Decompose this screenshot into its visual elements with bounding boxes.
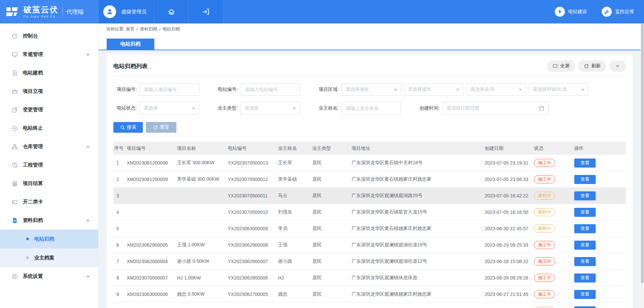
refresh-icon [584, 63, 589, 69]
search-button[interactable]: 搜索 [113, 122, 143, 133]
filter-owner-type: 业主类型: 请选择 [214, 102, 300, 115]
filter-station-no: 电站编号: [214, 83, 300, 96]
cell-index: 8 [113, 275, 127, 281]
status-badge: 施工中 [534, 257, 555, 266]
reset-button[interactable]: 重置 [146, 122, 176, 133]
search-icon [120, 125, 125, 130]
filter-station-status: 电站状态: 请选择 [113, 102, 199, 115]
sitemap-icon [11, 143, 18, 150]
chart-pie-icon [11, 162, 18, 169]
field-label: 电站编号: [214, 86, 238, 93]
sidebar-item-general-management[interactable]: 常规管理 [0, 45, 98, 64]
cell-station-no: YX2023070500012 [228, 177, 278, 182]
sidebar-item-project-initiation[interactable]: 项目立项 [0, 82, 98, 101]
sidebar-item-engineering-management[interactable]: 工程管理 [0, 156, 98, 174]
nav-station-construction[interactable]: 电站建设 [555, 7, 587, 17]
refresh-button[interactable]: 刷新 [578, 60, 606, 72]
sidebar-item-warehouse-management[interactable]: 仓库管理 [0, 137, 98, 156]
station-archive-table: 序号项目编号项目名称电站编号业主姓名业主类型项目地址创建日期状态操作 1XM20… [113, 142, 626, 308]
station-status-select[interactable]: 请选择 [140, 102, 199, 115]
reset-label: 重置 [160, 124, 169, 130]
view-button[interactable]: 查看 [574, 257, 596, 266]
fullscreen-icon [552, 63, 558, 69]
view-button[interactable]: 查看 [574, 159, 596, 168]
avatar [103, 5, 116, 18]
filter-actions: 搜索 重置 [113, 122, 626, 133]
status-badge: 施工中 [534, 274, 555, 282]
breadcrumb-separator: / [137, 27, 138, 32]
table-row: 8XM2023070500007HJ 1.00KWYX2023062800006… [113, 270, 626, 286]
table-row: 2XM2023081200009美学基础 300.00KWYX202307050… [113, 171, 626, 188]
owner-type-select[interactable]: 请选择 [240, 102, 300, 115]
cell-project-name: 王强 1.00KW [177, 242, 228, 248]
column-header: 项目名称 [177, 145, 228, 151]
view-button[interactable]: 查看 [574, 224, 596, 233]
sidebar-item-console[interactable]: 控制台 [0, 27, 98, 45]
logout-button[interactable] [189, 0, 223, 23]
cell-address: 广东深圳龙华区观澜镇观湖街道12号 [352, 258, 485, 264]
county-select[interactable]: 请选择县/区 [466, 83, 526, 96]
column-header: 序号 [113, 145, 127, 151]
fullscreen-button[interactable]: 全屏 [547, 60, 575, 72]
sidebar-subitem-label: 业主档案 [34, 255, 54, 261]
briefcase-icon [11, 88, 18, 95]
cell-address: 广东深圳龙华区黄石镇姚家庄村姚忠家 [352, 226, 485, 232]
sidebar-item-label: 控制台 [23, 33, 38, 39]
breadcrumb-item-home[interactable]: 首页 [126, 26, 135, 32]
select-placeholder: 请选择县/区 [470, 86, 495, 93]
station-no-input[interactable] [240, 83, 300, 96]
view-button[interactable]: 查看 [574, 191, 596, 200]
reset-icon [153, 125, 158, 130]
sidebar-item-data-archive[interactable]: 资料归档 [0, 211, 98, 230]
sidebar-subitem-owner-files[interactable]: 业主档案 [0, 248, 98, 267]
nav-monitoring[interactable]: 监控运维 [602, 7, 634, 17]
cell-owner-name: 学员 [278, 226, 312, 232]
tab-station-archive[interactable]: 电站归档 [107, 39, 154, 50]
user-menu[interactable]: 超级管理员 [99, 0, 154, 23]
column-header: 业主姓名 [278, 145, 312, 151]
breadcrumb-item-station-archive[interactable]: 电站归档 [163, 26, 180, 32]
refresh-label: 刷新 [591, 63, 601, 69]
project-no-input[interactable] [140, 83, 199, 96]
cell-address: 广东深圳龙华区黄石镇中关村18号 [352, 160, 485, 166]
view-button[interactable]: 查看 [574, 273, 596, 283]
view-button[interactable]: 查看 [574, 208, 596, 217]
province-select[interactable]: 请选择省份 [341, 83, 401, 96]
city-select[interactable]: 请选择城市 [404, 83, 464, 96]
cell-owner-name: 马云 [278, 193, 312, 199]
cell-station-no: YX2023070500011 [228, 193, 278, 198]
page-scrollbar[interactable] [641, 23, 644, 308]
view-button[interactable]: 查看 [574, 290, 596, 299]
owner-name-input[interactable] [341, 102, 401, 115]
table-row: 4YX2023070500010刘强东居民广东深圳龙华区黄石镇星官大道15号20… [113, 204, 626, 221]
logo[interactable]: 破茧云伏 Po Jian Yun Fu 代理端 [0, 0, 99, 23]
date-range-input[interactable]: 请选择日期范围 [442, 102, 549, 115]
sidebar-item-project-settlement[interactable]: 项目结算 [0, 174, 98, 193]
view-button[interactable]: 查看 [574, 241, 596, 250]
sidebar-item-station-termination[interactable]: 电站终止 [0, 119, 98, 137]
cell-owner-name: 姚忠 [278, 291, 312, 297]
scrollbar-thumb[interactable] [641, 23, 644, 283]
status-badge: 建档中 [534, 208, 555, 217]
table-row: 7XM2023062800004谢小路 0.50KWYX202306280000… [113, 253, 626, 270]
cell-index: 2 [113, 177, 127, 182]
cell-created-date: 2023-07-05 16:42:22 [485, 193, 534, 198]
sidebar-item-station-filing[interactable]: 电站建档 [0, 64, 98, 82]
status-badge: 施工中 [534, 290, 555, 299]
view-button[interactable]: 查看 [574, 175, 596, 184]
sidebar-item-change-management[interactable]: 变更管理 [0, 101, 98, 119]
sidebar-subitem-station-archive[interactable]: 电站归档 [0, 230, 98, 248]
collapse-panel-button[interactable] [609, 60, 626, 72]
bullet-icon [26, 238, 29, 240]
breadcrumb-item-data-archive[interactable]: 资料归档 [140, 26, 157, 32]
cell-owner-name: 谢小路 [278, 258, 312, 264]
sidebar-item-second-class-card[interactable]: 开二类卡 [0, 193, 98, 211]
topbar: 破茧云伏 Po Jian Yun Fu 代理端 超级管理员 [0, 0, 644, 23]
view-button[interactable]: 查看 [574, 306, 596, 308]
home-button[interactable] [154, 0, 189, 23]
town-select[interactable]: 请选择村镇/街道 [529, 83, 588, 96]
select-placeholder: 请选择 [144, 105, 158, 111]
sidebar-item-system-settings[interactable]: 系统设置 [0, 267, 98, 286]
field-label: 电站状态: [113, 105, 137, 111]
cell-station-no: YX2023062900008 [228, 242, 278, 248]
